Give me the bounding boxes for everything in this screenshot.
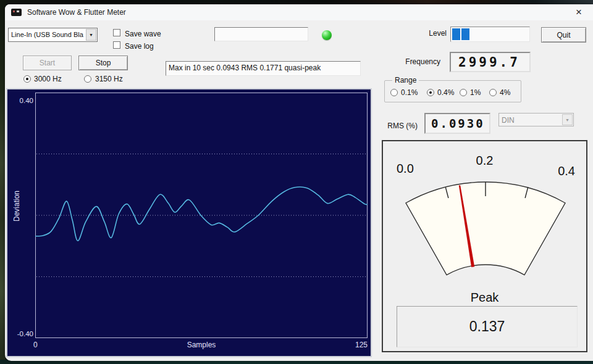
range-radio-0-4[interactable] — [427, 89, 434, 96]
save-log-label: Save log — [125, 42, 154, 51]
status-text: Max in 10 sec 0.0943 RMS 0.1771 quasi-pe… — [166, 62, 360, 75]
quit-button[interactable]: Quit — [541, 27, 586, 43]
range-radio-0-4-label: 0.4% — [437, 88, 454, 97]
app-window: Software Wow & Flutter Meter × Line-In (… — [5, 4, 593, 361]
weighting-value: DIN — [502, 116, 561, 125]
meter-panel: 0.0 0.2 0.4 Peak 0.137 — [382, 140, 587, 352]
close-icon: × — [576, 6, 582, 19]
weighting-combobox: DIN ▼ — [498, 113, 574, 126]
peak-value: 0.137 — [469, 318, 505, 335]
radio-3150hz[interactable] — [84, 75, 91, 83]
frequency-display: 2999.7 — [450, 52, 531, 72]
desktop: Software Wow & Flutter Meter × Line-In (… — [0, 0, 593, 364]
x-axis-tick-max: 125 — [347, 341, 368, 349]
close-button[interactable]: × — [573, 6, 585, 19]
range-radio-1-label: 1% — [470, 88, 481, 97]
level-label: Level — [411, 29, 447, 38]
frequency-label: Frequency — [400, 57, 440, 66]
filename-input[interactable] — [214, 27, 308, 41]
input-device-combobox[interactable]: Line-In (USB Sound Bla ▼ — [8, 28, 98, 42]
level-bar — [450, 27, 530, 42]
title-bar: Software Wow & Flutter Meter × — [5, 4, 593, 20]
range-radio-0-1-label: 0.1% — [401, 88, 418, 97]
save-wave-label: Save wave — [125, 30, 161, 38]
level-segment — [452, 28, 460, 40]
peak-label: Peak — [383, 291, 586, 305]
rms-value: 0.0930 — [431, 117, 485, 130]
window-title: Software Wow & Flutter Meter — [27, 8, 126, 17]
quit-button-label: Quit — [557, 31, 570, 39]
start-button: Start — [23, 56, 72, 70]
range-radio-4[interactable] — [489, 89, 497, 96]
signal-led-indicator — [322, 30, 332, 40]
status-box: Max in 10 sec 0.0943 RMS 0.1771 quasi-pe… — [166, 61, 361, 76]
radio-3000hz-label: 3000 Hz — [34, 75, 62, 83]
deviation-chart-panel: 0.40 -0.40 Deviation 0 Samples 125 — [6, 88, 372, 357]
level-segment — [461, 28, 469, 40]
waveform-line — [35, 187, 368, 241]
radio-3150hz-label: 3150 Hz — [95, 75, 123, 83]
frequency-value: 2999.7 — [458, 55, 520, 70]
range-radio-4-label: 4% — [500, 88, 510, 97]
y-axis-tick-bottom: -0.40 — [11, 330, 33, 337]
stop-button[interactable]: Stop — [78, 56, 128, 70]
dropdown-arrow-icon: ▼ — [562, 114, 573, 125]
x-axis-label: Samples — [35, 341, 368, 349]
radio-3000hz[interactable] — [23, 75, 31, 83]
range-group-label: Range — [392, 76, 419, 85]
input-device-value: Line-In (USB Sound Bla — [11, 31, 85, 38]
dropdown-arrow-icon[interactable]: ▼ — [86, 29, 96, 41]
deviation-plot — [35, 93, 368, 338]
filename-value — [215, 30, 217, 38]
save-log-checkbox[interactable] — [113, 41, 120, 49]
range-group: Range 0.1% 0.4% 1% 4% — [384, 80, 521, 102]
rms-display: 0.0930 — [424, 113, 490, 134]
rms-label: RMS (%) — [382, 122, 418, 130]
range-radio-1[interactable] — [460, 89, 467, 96]
y-axis-label: Deviation — [12, 191, 21, 221]
y-axis-tick-top: 0.40 — [11, 97, 33, 104]
app-icon — [11, 9, 22, 16]
save-wave-checkbox[interactable] — [113, 29, 120, 36]
range-radio-0-1[interactable] — [390, 89, 398, 96]
start-button-label: Start — [40, 59, 55, 67]
peak-value-box: 0.137 — [397, 306, 578, 347]
stop-button-label: Stop — [96, 59, 111, 67]
